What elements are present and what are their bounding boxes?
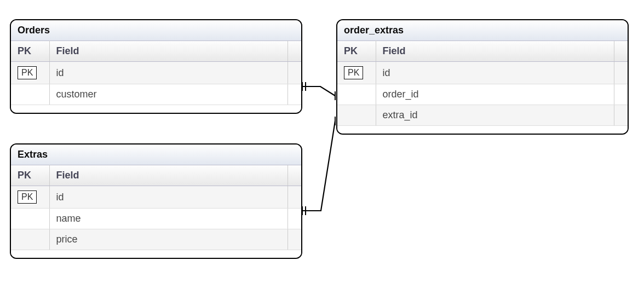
cell-pk: PK <box>11 62 49 84</box>
table-title: Extras <box>11 144 301 165</box>
cell-pk <box>11 209 49 229</box>
table-title: Orders <box>11 20 301 41</box>
cell-pk <box>11 229 49 250</box>
cell-pk: PK <box>11 186 49 209</box>
header-spacer <box>614 41 628 62</box>
cell-pk <box>11 84 49 105</box>
header-field: Field <box>49 165 288 186</box>
cell-pk: PK <box>337 62 376 84</box>
header-pk: PK <box>337 41 376 62</box>
table-row[interactable]: name <box>11 209 301 229</box>
cell-field: id <box>49 62 288 84</box>
cell-field: name <box>49 209 288 229</box>
table-footer <box>337 126 628 134</box>
cell-field: id <box>49 186 288 209</box>
table-grid: PK Field PK id order_id extra_id <box>337 41 628 126</box>
table-extras[interactable]: Extras PK Field PK id name price <box>10 143 302 259</box>
table-header-row: PK Field <box>337 41 628 62</box>
header-field: Field <box>376 41 614 62</box>
table-row[interactable]: PK id <box>11 186 301 209</box>
cell-field: customer <box>49 84 288 105</box>
cell-field: extra_id <box>376 105 614 126</box>
erd-canvas: Orders PK Field PK id customer order_ext… <box>0 0 644 289</box>
table-header-row: PK Field <box>11 165 301 186</box>
header-field: Field <box>49 41 288 62</box>
header-spacer <box>288 165 302 186</box>
table-orders[interactable]: Orders PK Field PK id customer <box>10 19 302 114</box>
table-header-row: PK Field <box>11 41 301 62</box>
table-row[interactable]: order_id <box>337 84 628 105</box>
table-row[interactable]: PK id <box>337 62 628 84</box>
table-grid: PK Field PK id name price <box>11 165 301 250</box>
table-row[interactable]: extra_id <box>337 105 628 126</box>
cell-pk <box>337 105 376 126</box>
header-spacer <box>288 41 302 62</box>
table-row[interactable]: customer <box>11 84 301 105</box>
table-row[interactable]: price <box>11 229 301 250</box>
table-footer <box>11 105 301 113</box>
cell-pk <box>337 84 376 105</box>
table-order-extras[interactable]: order_extras PK Field PK id order_id ext… <box>336 19 629 135</box>
header-pk: PK <box>11 165 49 186</box>
table-title: order_extras <box>337 20 628 41</box>
cell-field: price <box>49 229 288 250</box>
cell-field: id <box>376 62 614 84</box>
table-row[interactable]: PK id <box>11 62 301 84</box>
table-grid: PK Field PK id customer <box>11 41 301 105</box>
header-pk: PK <box>11 41 49 62</box>
cell-field: order_id <box>376 84 614 105</box>
table-footer <box>11 250 301 258</box>
